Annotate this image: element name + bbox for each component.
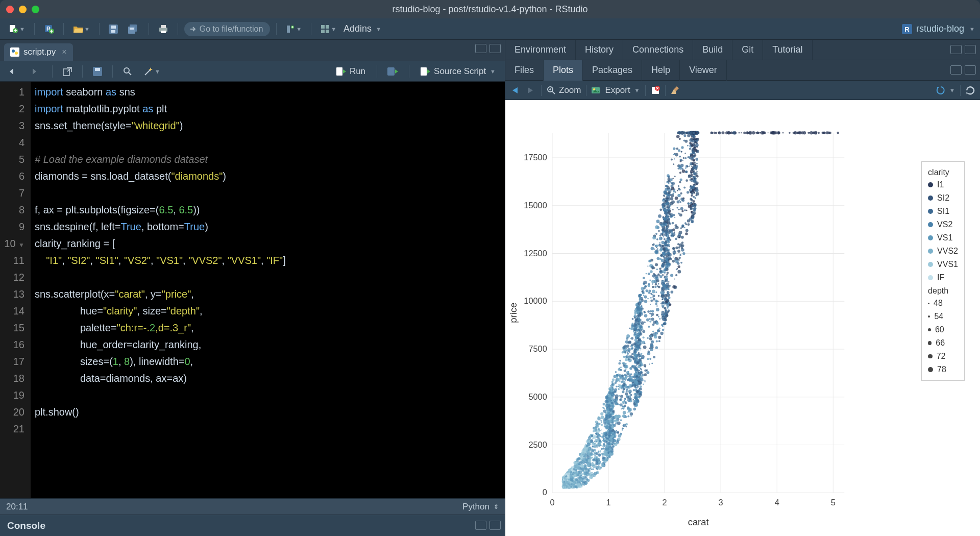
tools-button[interactable]: ▼ (283, 22, 305, 36)
plot-prev-button[interactable] (510, 87, 521, 94)
svg-point-2472 (649, 280, 651, 281)
minimize-pane-icon[interactable] (475, 44, 486, 53)
panes-button[interactable]: ▼ (317, 22, 339, 36)
tab-connections[interactable]: Connections (623, 40, 693, 60)
svg-point-2927 (662, 234, 664, 236)
goto-file-input[interactable]: Go to file/function (184, 22, 271, 36)
code-editor[interactable]: 12345678910 ▼1112131415161718192021 impo… (0, 82, 505, 498)
svg-point-2469 (634, 386, 636, 388)
svg-point-2963 (640, 333, 641, 335)
maximize-pane-icon[interactable] (489, 44, 501, 53)
wand-button[interactable]: ▼ (140, 64, 163, 79)
svg-point-1756 (646, 318, 649, 321)
svg-point-2444 (622, 416, 623, 417)
svg-point-3189 (691, 221, 693, 223)
tab-help[interactable]: Help (642, 60, 680, 81)
tab-packages[interactable]: Packages (583, 60, 642, 81)
new-project-button[interactable]: R (41, 22, 57, 36)
svg-point-1739 (596, 444, 598, 446)
publish-plot-button[interactable] (966, 86, 975, 95)
export-button[interactable]: Export▼ (592, 85, 640, 95)
svg-point-2526 (593, 430, 595, 432)
open-file-button[interactable]: ▼ (70, 22, 93, 36)
minimize-output-icon[interactable] (950, 65, 962, 75)
svg-point-434 (632, 399, 634, 401)
source-script-button[interactable]: Source Script▼ (416, 64, 500, 79)
project-menu[interactable]: R rstudio-blog▼ (902, 23, 975, 34)
popout-button[interactable] (60, 64, 75, 79)
svg-rect-13 (161, 31, 166, 33)
close-tab-icon[interactable]: × (62, 47, 66, 57)
svg-point-2484 (664, 297, 667, 300)
svg-point-3159 (615, 371, 617, 373)
svg-point-2970 (633, 402, 636, 405)
svg-point-2756 (634, 393, 636, 396)
tab-script-py[interactable]: script.py × (4, 43, 73, 61)
console-pane-header[interactable]: Console (0, 515, 505, 536)
svg-point-1390 (689, 142, 692, 144)
svg-point-3231 (571, 486, 572, 488)
minimize-env-icon[interactable] (950, 45, 962, 54)
run-button[interactable]: Run (332, 64, 370, 79)
svg-point-2790 (653, 273, 655, 275)
new-file-button[interactable]: ▼ (5, 22, 28, 36)
print-button[interactable] (155, 22, 172, 36)
tab-plots[interactable]: Plots (544, 60, 583, 81)
svg-point-2416 (585, 468, 588, 471)
svg-point-2057 (644, 381, 645, 382)
svg-point-2018 (679, 213, 682, 216)
svg-point-2621 (690, 198, 692, 200)
svg-point-3218 (640, 294, 642, 297)
svg-point-3238 (637, 379, 639, 381)
svg-point-2740 (692, 189, 693, 191)
save-all-button[interactable] (125, 22, 142, 36)
tab-tutorial[interactable]: Tutorial (763, 40, 812, 60)
tab-build[interactable]: Build (693, 40, 732, 60)
svg-point-2606 (644, 321, 646, 323)
svg-point-2957 (683, 132, 684, 133)
maximize-env-icon[interactable] (965, 45, 976, 54)
addins-menu[interactable]: Addins▼ (344, 23, 381, 34)
svg-point-3226 (634, 314, 636, 316)
svg-point-3201 (605, 448, 609, 451)
svg-rect-10 (130, 28, 134, 30)
rerun-button[interactable] (384, 64, 402, 79)
language-mode[interactable]: Python (462, 502, 489, 512)
svg-point-3180 (690, 207, 693, 209)
forward-button[interactable] (28, 64, 45, 79)
maximize-console-icon[interactable] (489, 521, 501, 530)
svg-point-2342 (635, 372, 637, 374)
save-doc-button[interactable] (90, 64, 105, 79)
refresh-plot-button[interactable]: ▼ (936, 86, 955, 95)
svg-point-2791 (643, 357, 645, 359)
svg-point-2219 (620, 419, 622, 421)
svg-point-2480 (647, 265, 648, 266)
svg-point-2960 (605, 458, 608, 461)
svg-point-2912 (654, 335, 657, 338)
save-button[interactable] (106, 22, 121, 36)
zoom-button[interactable]: Zoom (547, 85, 581, 95)
svg-point-2573 (609, 445, 610, 446)
tab-git[interactable]: Git (732, 40, 763, 60)
tab-files[interactable]: Files (505, 60, 544, 81)
svg-point-314 (658, 283, 659, 285)
svg-point-34 (593, 88, 595, 90)
tab-history[interactable]: History (576, 40, 623, 60)
tab-viewer[interactable]: Viewer (680, 60, 727, 81)
svg-text:10000: 10000 (524, 296, 547, 305)
find-button[interactable] (120, 64, 135, 79)
svg-point-1394 (662, 325, 664, 327)
plot-next-button[interactable] (526, 87, 536, 94)
code-content[interactable]: import seaborn as snsimport matplotlib.p… (31, 82, 286, 498)
svg-point-2699 (636, 333, 640, 336)
minimize-console-icon[interactable] (475, 521, 486, 530)
maximize-output-icon[interactable] (965, 65, 976, 75)
remove-plot-button[interactable] (651, 86, 660, 95)
svg-point-1711 (683, 134, 686, 137)
svg-point-2234 (597, 462, 598, 463)
clear-plots-button[interactable] (671, 86, 681, 95)
back-button[interactable] (5, 64, 22, 79)
svg-point-2423 (663, 228, 664, 229)
tab-environment[interactable]: Environment (505, 40, 576, 60)
svg-point-3077 (694, 162, 695, 163)
